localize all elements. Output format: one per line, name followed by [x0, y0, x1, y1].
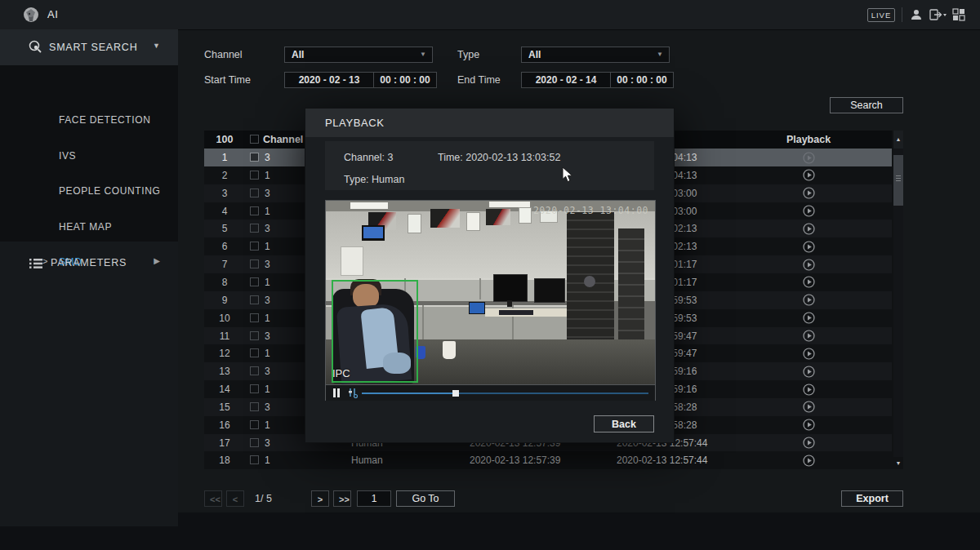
seek-bar-fill: [362, 393, 455, 394]
row-checkbox[interactable]: [250, 348, 259, 357]
play-button[interactable]: [803, 259, 815, 271]
row-checkbox[interactable]: [250, 420, 259, 429]
play-button[interactable]: [803, 223, 815, 235]
play-button[interactable]: [803, 401, 815, 413]
sidebar-item-heat-map[interactable]: >HEAT MAP: [0, 218, 178, 236]
audio-adjust-icon[interactable]: [347, 388, 359, 398]
scrollbar-up-arrow[interactable]: ▲: [893, 131, 903, 149]
pause-icon[interactable]: [337, 388, 340, 397]
play-button[interactable]: [803, 169, 815, 181]
next-page-button[interactable]: >: [311, 490, 329, 507]
page-indicator: 1/ 5: [255, 490, 272, 507]
prev-page-button[interactable]: <: [226, 490, 244, 507]
page-number-input[interactable]: [357, 490, 391, 507]
play-button[interactable]: [803, 348, 815, 360]
desk-monitor: [493, 274, 528, 302]
ai-logo-icon: [22, 6, 40, 24]
playback-type-text: Type: Human: [344, 174, 404, 185]
playback-dialog-title: PLAYBACK: [325, 117, 384, 129]
last-page-button[interactable]: >>: [333, 490, 351, 507]
scrollbar-thumb[interactable]: [893, 155, 903, 206]
row-checkbox[interactable]: [250, 189, 259, 197]
play-button[interactable]: [803, 276, 815, 288]
chevron-down-icon: ▼: [153, 42, 160, 50]
poster: [408, 214, 421, 233]
video-player: 2020-02-13 13:04:00 IPC: [325, 200, 656, 401]
export-button[interactable]: Export: [841, 490, 903, 507]
end-time-input[interactable]: 2020 - 02 - 14 00 : 00 : 00: [521, 72, 674, 88]
play-button[interactable]: [803, 312, 815, 324]
row-checkbox[interactable]: [250, 153, 259, 162]
start-time-input[interactable]: 2020 - 02 - 13 00 : 00 : 00: [284, 72, 437, 88]
row-checkbox[interactable]: [250, 331, 259, 340]
play-button[interactable]: [803, 366, 815, 378]
whiteboard: [341, 246, 363, 276]
play-button[interactable]: [803, 455, 815, 467]
sidebar-item-ivs[interactable]: >IVS: [0, 147, 178, 165]
select-all-checkbox[interactable]: [250, 135, 259, 144]
row-checkbox[interactable]: [250, 438, 259, 447]
sidebar-item-smart-search[interactable]: SMART SEARCH ▼: [0, 29, 178, 65]
grid-icon[interactable]: [952, 8, 965, 21]
sidebar-item-people-counting[interactable]: >PEOPLE COUNTING: [0, 182, 178, 200]
logout-icon[interactable]: [929, 8, 947, 21]
desk-monitor: [534, 278, 565, 303]
play-button[interactable]: [803, 152, 815, 164]
end-date-value: 2020 - 02 - 14: [522, 74, 610, 86]
channel-filter-label: Channel: [204, 47, 243, 63]
row-checkbox[interactable]: [250, 455, 259, 464]
row-checkbox[interactable]: [250, 259, 259, 268]
seek-bar[interactable]: [362, 393, 648, 394]
first-page-button[interactable]: <<: [204, 490, 222, 507]
start-clock-value: 00 : 00 : 00: [374, 74, 436, 86]
row-checkbox[interactable]: [250, 206, 259, 215]
scrollbar-down-arrow[interactable]: ▼: [893, 457, 903, 469]
row-checkbox[interactable]: [250, 402, 259, 411]
sidebar: SMART SEARCH ▼ >FACE DETECTION>IVS>PEOPL…: [0, 29, 178, 526]
goto-button[interactable]: Go To: [396, 490, 455, 507]
end-clock-value: 00 : 00 : 00: [611, 74, 673, 86]
playback-channel-text: Channel: 3: [344, 152, 393, 163]
channel-select[interactable]: All ▼: [284, 47, 433, 63]
row-checkbox[interactable]: [250, 366, 259, 375]
play-button[interactable]: [803, 384, 815, 396]
row-checkbox[interactable]: [250, 295, 259, 304]
row-checkbox[interactable]: [250, 224, 259, 233]
back-button[interactable]: Back: [594, 415, 654, 432]
play-button[interactable]: [803, 419, 815, 431]
type-select[interactable]: All ▼: [521, 47, 670, 63]
row-checkbox[interactable]: [250, 277, 259, 286]
parameters-label: PARAMETERS: [51, 257, 127, 268]
row-checkbox[interactable]: [250, 171, 259, 180]
keyboard: [499, 310, 533, 315]
play-button[interactable]: [803, 205, 815, 217]
live-button[interactable]: LIVE: [867, 8, 895, 22]
white-cup: [443, 341, 456, 359]
smart-search-icon: [28, 39, 42, 54]
pause-icon[interactable]: [333, 388, 336, 397]
seek-handle[interactable]: [452, 390, 459, 397]
type-filter-label: Type: [457, 47, 479, 63]
play-button[interactable]: [803, 294, 815, 306]
sidebar-item-face-detection[interactable]: >FACE DETECTION: [0, 111, 178, 129]
app-window: AI LIVE SMART SEARCH ▼ >FACE: [0, 0, 980, 550]
table-row[interactable]: 18 1 Human 2020-02-13 12:57:39 2020-02-1…: [204, 451, 892, 469]
play-button[interactable]: [803, 330, 815, 342]
play-button[interactable]: [803, 187, 815, 199]
search-button[interactable]: Search: [830, 97, 903, 113]
poster: [430, 209, 460, 228]
app-title: AI: [47, 8, 58, 20]
topbar-divider: [902, 7, 902, 22]
sidebar-item-parameters[interactable]: PARAMETERS ▶: [0, 245, 178, 281]
tablet-screen: [469, 302, 485, 314]
row-checkbox[interactable]: [250, 384, 259, 393]
play-button[interactable]: [803, 241, 815, 253]
play-button[interactable]: [803, 437, 815, 449]
row-checkbox[interactable]: [250, 242, 259, 251]
type-select-value: All: [528, 49, 541, 60]
row-checkbox[interactable]: [250, 313, 259, 322]
result-count: 100: [204, 134, 245, 145]
user-icon[interactable]: [910, 8, 923, 21]
playback-dialog-titlebar: PLAYBACK: [305, 109, 674, 137]
playback-dialog: PLAYBACK Channel: 3 Time: 2020-02-13 13:…: [305, 108, 675, 443]
